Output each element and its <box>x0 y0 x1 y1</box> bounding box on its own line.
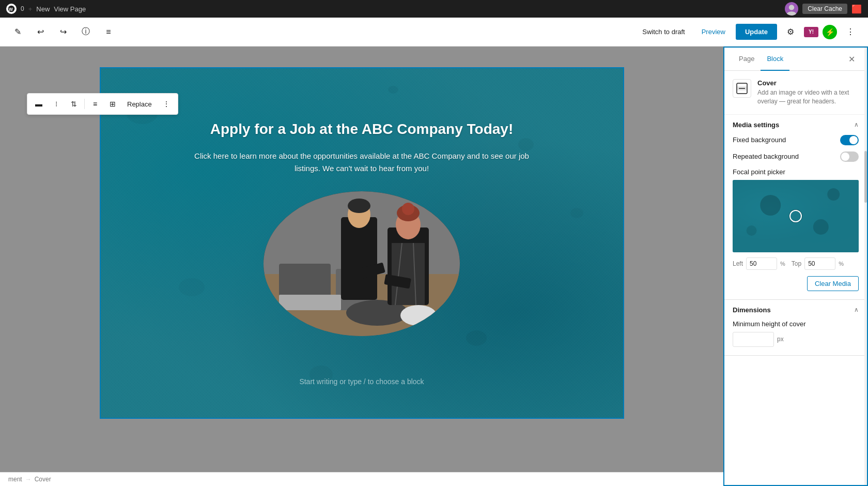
editor-toolbar: ✎ ↩ ↪ ⓘ ≡ Switch to draft Preview Update… <box>0 18 868 47</box>
svg-point-30 <box>827 188 840 201</box>
block-name: Cover <box>757 79 859 87</box>
svg-point-29 <box>747 225 757 236</box>
repeated-background-label: Repeated background <box>733 153 799 160</box>
admin-bar-view-page[interactable]: View Page <box>54 5 86 13</box>
svg-point-28 <box>813 219 829 235</box>
svg-rect-11 <box>341 217 377 300</box>
page-tab[interactable]: Page <box>733 48 761 71</box>
dimensions-header[interactable]: Dimensions ∧ <box>724 300 867 320</box>
block-tab[interactable]: Block <box>761 48 789 71</box>
svg-point-2 <box>789 5 794 10</box>
admin-bar-new[interactable]: New <box>36 5 50 13</box>
focal-point-handle[interactable] <box>789 210 802 222</box>
dimensions-section: Dimensions ∧ Minimum height of cover px <box>724 300 867 356</box>
admin-bar-num: 0 <box>21 5 24 12</box>
sidebar-close-button[interactable]: ✕ <box>844 52 859 66</box>
block-inserter-button[interactable]: ✎ <box>8 23 27 41</box>
align-icon: ≡ <box>93 100 97 108</box>
focal-point-picker[interactable] <box>733 180 859 252</box>
move-up-down-button[interactable]: ⇅ <box>66 96 82 112</box>
clear-media-button[interactable]: Clear Media <box>807 276 859 291</box>
redo-button[interactable]: ↪ <box>54 23 72 41</box>
svg-point-17 <box>402 203 414 215</box>
focal-left-label: Left <box>733 260 743 267</box>
main-layout: ▬ ⁝ ⇅ ≡ ⊞ Replace ⋮ <box>0 47 868 486</box>
media-settings-toggle: ∧ <box>854 121 859 128</box>
focal-point-label: Focal point picker <box>733 168 859 176</box>
list-view-button[interactable]: ≡ <box>99 23 118 41</box>
up-down-icon: ⇅ <box>71 100 77 108</box>
block-toolbar: ▬ ⁝ ⇅ ≡ ⊞ Replace ⋮ <box>27 93 178 115</box>
block-info: Cover Add an image or video with a text … <box>724 71 867 115</box>
cover-block[interactable]: Apply for a Job at the ABC Company Today… <box>100 67 624 419</box>
repeated-background-row: Repeated background <box>733 151 859 162</box>
undo-button[interactable]: ↩ <box>31 23 50 41</box>
gear-icon: ⚙ <box>787 27 794 37</box>
focal-top-group: Top % <box>792 257 844 270</box>
cover-title: Apply for a Job at the ABC Company Today… <box>181 121 542 138</box>
more-options-button[interactable]: ⋮ <box>841 23 860 41</box>
sidebar-tabs: Page Block ✕ <box>724 48 867 71</box>
cover-placeholder[interactable]: Start writing or type / to choose a bloc… <box>299 377 424 386</box>
info-button[interactable]: ⓘ <box>76 23 95 41</box>
focal-point-inputs: Left % Top % <box>733 257 859 270</box>
block-more-options-button[interactable]: ⋮ <box>158 96 175 112</box>
focal-left-group: Left % <box>733 257 785 270</box>
svg-text:W: W <box>9 7 13 12</box>
wp-logo: W <box>6 4 17 14</box>
min-height-label: Minimum height of cover <box>733 320 859 328</box>
align-button[interactable]: ≡ <box>87 96 103 112</box>
scrollbar-track[interactable] <box>864 48 867 485</box>
block-type-button[interactable]: ▬ <box>30 96 47 112</box>
cover-block-icon-large <box>733 79 751 98</box>
dimensions-label: Dimensions <box>733 306 771 314</box>
min-height-unit: px <box>777 336 784 343</box>
focal-left-unit: % <box>780 261 785 267</box>
clear-cache-button[interactable]: Clear Cache <box>802 4 847 14</box>
svg-point-27 <box>760 195 781 216</box>
breadcrumb-item-2[interactable]: Cover <box>35 476 51 483</box>
repeated-background-toggle[interactable] <box>840 151 859 162</box>
list-view-icon: ≡ <box>106 27 111 37</box>
breadcrumb: ment → Cover <box>0 472 723 486</box>
block-align-button[interactable]: ⊞ <box>104 96 121 112</box>
right-sidebar: Page Block ✕ Cover Add an image <box>723 47 868 486</box>
svg-point-3 <box>787 11 796 16</box>
undo-icon: ↩ <box>37 27 44 37</box>
fixed-background-label: Fixed background <box>733 136 786 144</box>
fixed-background-toggle[interactable] <box>840 135 859 145</box>
sidebar-content[interactable]: Cover Add an image or video with a text … <box>724 71 867 485</box>
cover-content: Apply for a Job at the ABC Company Today… <box>160 100 563 367</box>
update-button[interactable]: Update <box>736 24 777 40</box>
drag-icon: ⁝ <box>55 100 57 108</box>
clear-cache-label: Clear Cache <box>808 5 842 12</box>
scrollbar-thumb[interactable] <box>864 151 867 203</box>
cover-image <box>264 191 460 336</box>
cover-block-icon: ▬ <box>35 100 42 108</box>
switch-to-draft-button[interactable]: Switch to draft <box>636 25 691 39</box>
drag-handle[interactable]: ⁝ <box>48 96 65 112</box>
performance-icon: ⚡ <box>823 25 837 39</box>
focal-left-input[interactable] <box>746 257 777 270</box>
block-align-icon: ⊞ <box>110 100 116 108</box>
svg-rect-8 <box>279 295 341 310</box>
replace-button[interactable]: Replace <box>122 97 157 111</box>
user-avatar <box>785 2 798 16</box>
min-height-group: px <box>733 332 859 347</box>
media-settings-header[interactable]: Media settings ∧ <box>724 115 867 135</box>
focal-top-input[interactable] <box>804 257 835 270</box>
dimensions-body: Minimum height of cover px <box>724 320 867 355</box>
redo-icon: ↪ <box>60 27 67 37</box>
fixed-background-row: Fixed background <box>733 135 859 145</box>
media-settings-section: Media settings ∧ Fixed background Repeat… <box>724 115 867 300</box>
admin-bar-end-icon: 🟥 <box>851 4 862 14</box>
min-height-input[interactable] <box>733 332 774 347</box>
pencil-icon: ✎ <box>14 27 21 37</box>
admin-bar-sep: + <box>28 5 33 13</box>
yoast-icon: Y! <box>804 27 818 37</box>
breadcrumb-item-1[interactable]: ment <box>8 476 22 483</box>
more-options-icon: ⋮ <box>163 100 170 108</box>
breadcrumb-separator: → <box>25 476 32 483</box>
preview-button[interactable]: Preview <box>695 25 732 39</box>
settings-button[interactable]: ⚙ <box>781 23 800 41</box>
